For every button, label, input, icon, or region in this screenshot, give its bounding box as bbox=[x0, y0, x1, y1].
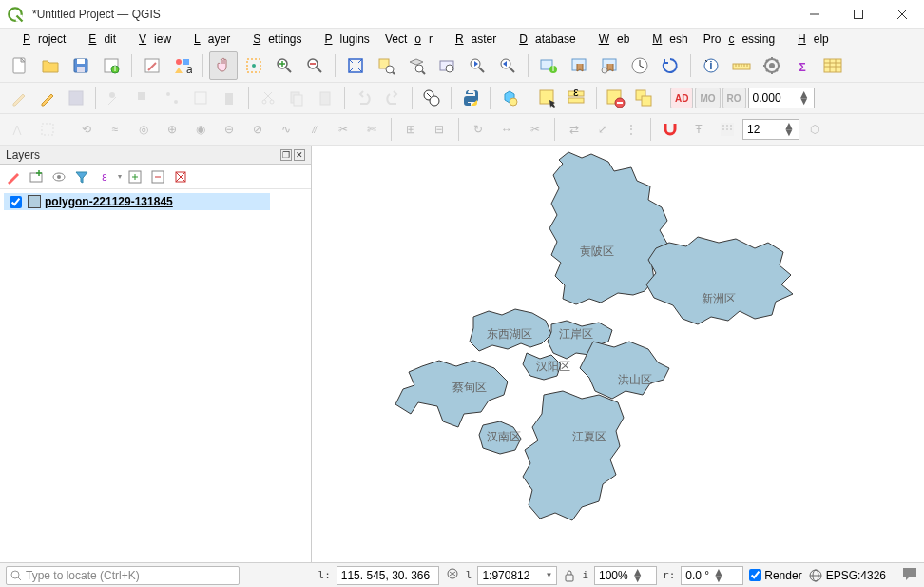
move-button[interactable] bbox=[34, 116, 61, 143]
zoom-last-button[interactable] bbox=[463, 51, 491, 80]
open-project-button[interactable] bbox=[36, 51, 65, 80]
add-ring-button[interactable]: ◎ bbox=[130, 116, 157, 143]
delete-ring-button[interactable]: ⊖ bbox=[216, 116, 242, 143]
menu-vector[interactable]: Vector bbox=[377, 30, 440, 48]
simplify-button[interactable]: ≈ bbox=[102, 116, 128, 143]
topo-editing-button[interactable]: ⬡ bbox=[801, 116, 828, 143]
python-console-button[interactable] bbox=[457, 85, 484, 111]
add-part-button[interactable]: ⊕ bbox=[159, 116, 185, 143]
menu-view[interactable]: View bbox=[124, 30, 179, 48]
rotate-button[interactable]: ⟲ bbox=[73, 116, 100, 143]
rotate-point-button[interactable]: ↻ bbox=[465, 116, 491, 143]
maximize-button[interactable] bbox=[837, 0, 880, 29]
menu-processing[interactable]: Processing bbox=[696, 30, 782, 48]
select-all-button[interactable] bbox=[631, 85, 658, 111]
messages-icon[interactable] bbox=[901, 566, 918, 584]
vertex-tool-button[interactable] bbox=[159, 85, 185, 111]
menu-settings[interactable]: Settings bbox=[238, 30, 309, 48]
menu-plugins[interactable]: Plugins bbox=[310, 30, 377, 48]
layer-item-polygon[interactable]: polygon-221129-131845 bbox=[4, 193, 270, 210]
record-toggle[interactable]: RO bbox=[722, 88, 746, 108]
filter-legend-icon[interactable] bbox=[72, 167, 91, 186]
menu-layer[interactable]: Layer bbox=[179, 30, 238, 48]
merge-attrs-button[interactable]: ⊟ bbox=[426, 116, 452, 143]
map-canvas[interactable]: 黄陂区 新洲区 东西湖区 江岸区 汉阳区 蔡甸区 洪山区 汉南区 江夏区 bbox=[312, 146, 924, 562]
toggle-editing-button[interactable] bbox=[34, 85, 61, 111]
delete-selected-button[interactable] bbox=[216, 85, 242, 111]
manage-visibility-icon[interactable] bbox=[49, 167, 68, 186]
render-checkbox[interactable] bbox=[749, 569, 761, 581]
zoom-full-button[interactable] bbox=[341, 51, 370, 80]
layer-style-icon[interactable] bbox=[4, 167, 23, 186]
rotation-field[interactable]: 0.0 °▲▼ bbox=[681, 566, 743, 585]
split-parts-button[interactable]: ✄ bbox=[358, 116, 385, 143]
crs-button[interactable]: EPSG:4326 bbox=[808, 568, 886, 583]
temporal-controller-button[interactable] bbox=[626, 51, 654, 80]
current-edits-button[interactable] bbox=[6, 85, 32, 111]
new-map-view-button[interactable]: + bbox=[534, 51, 563, 80]
show-bookmarks-button[interactable] bbox=[595, 51, 624, 80]
menu-database[interactable]: Database bbox=[504, 30, 583, 48]
undo-button[interactable] bbox=[351, 85, 377, 111]
no-ref-button[interactable] bbox=[496, 85, 523, 111]
advanced-digitizing-toggle[interactable]: AD bbox=[670, 88, 693, 108]
menu-project[interactable]: Project bbox=[8, 30, 73, 48]
split-features-button[interactable]: ✂ bbox=[330, 116, 356, 143]
extents-icon[interactable] bbox=[445, 566, 460, 584]
snapping-button[interactable] bbox=[657, 116, 683, 143]
identify-button[interactable]: i bbox=[697, 51, 725, 80]
snap-grid-button[interactable] bbox=[714, 116, 741, 143]
move-feature-button[interactable] bbox=[130, 85, 157, 111]
save-edits-button[interactable] bbox=[63, 85, 89, 111]
layer-visibility-checkbox[interactable] bbox=[10, 196, 22, 208]
trim-button[interactable]: ✂ bbox=[522, 116, 549, 143]
scale-button[interactable]: ⤢ bbox=[589, 116, 616, 143]
zoom-selection-button[interactable] bbox=[372, 51, 400, 80]
pan-to-selection-button[interactable] bbox=[240, 51, 268, 80]
menu-raster[interactable]: Raster bbox=[440, 30, 504, 48]
zoom-native-button[interactable] bbox=[433, 51, 461, 80]
zoom-in-button[interactable] bbox=[270, 51, 298, 80]
refresh-button[interactable] bbox=[656, 51, 684, 80]
array-button[interactable]: ⋮ bbox=[618, 116, 645, 143]
distance-spinner[interactable]: 0.000▲▼ bbox=[748, 88, 815, 108]
undock-icon[interactable]: ❐ bbox=[280, 149, 292, 161]
zoom-out-button[interactable] bbox=[300, 51, 329, 80]
redo-button[interactable] bbox=[379, 85, 406, 111]
new-bookmark-button[interactable] bbox=[565, 51, 593, 80]
menu-mesh[interactable]: Mesh bbox=[637, 30, 695, 48]
merge-button[interactable]: ⊞ bbox=[397, 116, 424, 143]
delete-part-button[interactable]: ⊘ bbox=[244, 116, 271, 143]
layout-manager-button[interactable] bbox=[138, 51, 166, 80]
modify-attrs-button[interactable] bbox=[187, 85, 214, 111]
cut-button[interactable] bbox=[255, 85, 281, 111]
remove-layer-icon[interactable] bbox=[171, 167, 190, 186]
close-button[interactable] bbox=[880, 0, 924, 29]
zoom-layer-button[interactable] bbox=[402, 51, 431, 80]
collapse-all-icon[interactable] bbox=[148, 167, 167, 186]
toolbox-button[interactable] bbox=[758, 51, 786, 80]
scale-field[interactable]: 1:970812▼ bbox=[477, 566, 557, 585]
menu-edit[interactable]: Edit bbox=[73, 30, 124, 48]
new-print-layout-button[interactable]: + bbox=[97, 51, 125, 80]
deselect-all-button[interactable] bbox=[603, 85, 629, 111]
paste-button[interactable] bbox=[312, 85, 338, 111]
zoom-next-button[interactable] bbox=[493, 51, 522, 80]
filter-expression-icon[interactable]: ε bbox=[95, 167, 114, 186]
tracing-button[interactable]: Ŧ bbox=[685, 116, 712, 143]
offset-button[interactable]: ↔ bbox=[493, 116, 520, 143]
scale-lock-icon[interactable] bbox=[563, 569, 576, 582]
new-project-button[interactable] bbox=[6, 51, 34, 80]
minimize-button[interactable] bbox=[793, 0, 837, 29]
add-group-icon[interactable] bbox=[27, 167, 46, 186]
magnifier-field[interactable]: 100%▲▼ bbox=[594, 566, 657, 585]
reshape-button[interactable]: ∿ bbox=[273, 116, 299, 143]
snap-tolerance-spinner[interactable]: 12▲▼ bbox=[742, 119, 799, 140]
pan-button[interactable] bbox=[209, 51, 238, 80]
digitize-button[interactable] bbox=[6, 116, 32, 143]
osm-search-button[interactable] bbox=[418, 85, 445, 111]
add-feature-button[interactable] bbox=[102, 85, 128, 111]
render-toggle[interactable]: Render bbox=[749, 569, 801, 582]
copy-button[interactable] bbox=[283, 85, 310, 111]
fill-ring-button[interactable]: ◉ bbox=[187, 116, 214, 143]
